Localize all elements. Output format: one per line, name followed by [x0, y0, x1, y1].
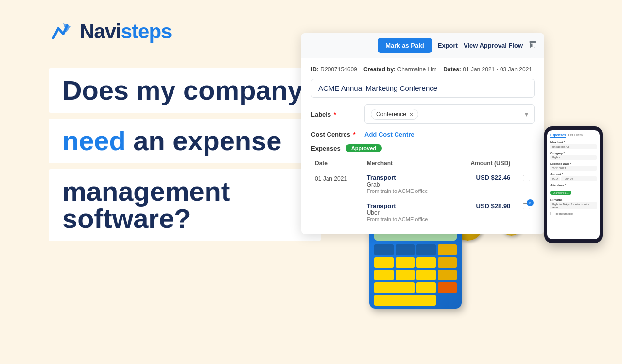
phone-remarks-label: Remarks	[550, 198, 597, 201]
phone-amount-field: Amount * SGD - 204.08	[550, 173, 597, 181]
phone-category-field: Category * Flights	[550, 152, 597, 160]
phone-remarks-value: Flight to Tokyo for electronics expo	[550, 202, 597, 209]
report-meta: ID: R2007154609 Created by: Charmaine Li…	[311, 66, 535, 73]
labels-dropdown[interactable]: Conference ✕ ▾	[364, 104, 535, 124]
mark-as-paid-button[interactable]: Mark as Paid	[378, 38, 432, 53]
id-value: R2007154609	[320, 66, 357, 73]
phone-tabs: Expenses Per Diem	[550, 133, 597, 138]
headline-line2: need an expense	[62, 127, 307, 155]
remove-tag-button[interactable]: ✕	[409, 112, 413, 117]
cell-actions-1	[514, 170, 535, 198]
phone-attendees-label: Attendees *	[550, 184, 597, 187]
card-body: ID: R2007154609 Created by: Charmaine Li…	[301, 58, 544, 234]
headline-box-1: Does my company	[49, 68, 321, 113]
headline-highlight: need	[62, 125, 126, 156]
headline-line1: Does my company	[62, 77, 307, 104]
created-by-value: Charmaine Lim	[397, 66, 436, 73]
table-row: Transport Uber From train to ACME office…	[311, 198, 535, 226]
view-approval-flow-button[interactable]: View Approval Flow	[464, 42, 523, 49]
logo-area: Navisteps	[49, 19, 321, 44]
phone-remarks-field: Remarks Flight to Tokyo for electronics …	[550, 198, 597, 209]
col-merchant: Merchant	[363, 157, 452, 170]
col-amount: Amount (USD)	[452, 157, 514, 170]
cell-merchant-2: Transport Uber From train to ACME office	[363, 198, 452, 226]
add-cost-centre-button[interactable]: Add Cost Centre	[364, 131, 415, 138]
trash-icon	[529, 41, 536, 49]
mobile-phone: Expenses Per Diem Merchant * Singapore A…	[544, 126, 603, 243]
checkbox-icon	[550, 212, 553, 215]
headline-line3: management software?	[62, 178, 307, 232]
cost-centres-label: Cost Centres *	[311, 131, 364, 138]
labels-row: Labels * Conference ✕ ▾	[311, 104, 535, 124]
labels-value: Conference ✕ ▾	[364, 104, 535, 124]
expenses-header: Expenses Approved	[311, 144, 535, 152]
id-label: ID:	[311, 66, 319, 73]
status-badge: Approved	[346, 144, 382, 152]
phone-date-label: Expense Date *	[550, 162, 597, 165]
expenses-table: Date Merchant Amount (USD) 01 Jan 2021 T…	[311, 157, 535, 226]
phone-date-field: Expense Date * 06/11/2021	[550, 162, 597, 171]
col-date: Date	[311, 157, 363, 170]
labels-tags: Conference ✕	[371, 109, 418, 120]
report-title-field[interactable]: ACME Annual Marketing Conference	[311, 79, 535, 98]
right-area: Mark as Paid Export View Approval Flow I…	[282, 0, 622, 364]
phone-tab-expenses[interactable]: Expenses	[550, 133, 566, 138]
headline-box-2: need an expense	[49, 119, 321, 163]
logo-navi: Navi	[80, 20, 121, 43]
expense-report-card: Mark as Paid Export View Approval Flow I…	[301, 33, 544, 234]
conference-tag: Conference ✕	[371, 109, 418, 120]
phone-tab-per-diem[interactable]: Per Diem	[568, 133, 583, 138]
cell-amount-2: USD $28.90	[452, 198, 514, 226]
phone-reimbursable-label: Reimbursable	[555, 212, 573, 215]
comment-icon-1[interactable]	[523, 175, 531, 183]
cell-date-2	[311, 198, 363, 226]
table-row: 01 Jan 2021 Transport Grab From train to…	[311, 170, 535, 198]
headline-line2-rest: an expense	[126, 125, 282, 156]
comment-icon-2[interactable]: 2	[523, 202, 531, 211]
dates-value: 01 Jan 2021 - 03 Jan 2021	[463, 66, 532, 73]
created-by-label: Created by:	[363, 66, 396, 73]
phone-attendee-badge: Charmaine Li...	[550, 191, 571, 195]
delete-button[interactable]	[529, 41, 536, 51]
logo-steps: steps	[121, 20, 172, 43]
phone-date-value: 06/11/2021	[550, 166, 597, 171]
logo-text: Navisteps	[80, 20, 172, 43]
phone-reimbursable-checkbox[interactable]: Reimbursable	[550, 212, 597, 215]
navisteps-logo-icon	[49, 19, 73, 44]
phone-amount-label: Amount *	[550, 173, 597, 176]
export-button[interactable]: Export	[438, 42, 458, 49]
phone-amount-currency: SGD	[550, 176, 560, 181]
cost-centres-value: Add Cost Centre	[364, 130, 535, 139]
dropdown-arrow-icon: ▾	[525, 110, 528, 118]
phone-merchant-label: Merchant *	[550, 141, 597, 144]
col-actions	[514, 157, 535, 170]
phone-screen: Expenses Per Diem Merchant * Singapore A…	[547, 130, 600, 239]
headline-box-3: management software?	[49, 169, 321, 241]
cost-centres-row: Cost Centres * Add Cost Centre	[311, 130, 535, 139]
expenses-label: Expenses	[311, 145, 341, 152]
card-toolbar: Mark as Paid Export View Approval Flow	[301, 33, 544, 58]
cell-merchant-1: Transport Grab From train to ACME office	[363, 170, 452, 198]
comment-count-badge: 2	[527, 199, 534, 206]
phone-amount-value: - 204.08	[561, 176, 597, 181]
phone-merchant-field: Merchant * Singapore Air	[550, 141, 597, 149]
cell-actions-2: 2	[514, 198, 535, 226]
cell-date-1: 01 Jan 2021	[311, 170, 363, 198]
phone-merchant-value: Singapore Air	[550, 144, 597, 149]
table-header: Date Merchant Amount (USD)	[311, 157, 535, 170]
phone-attendees-field: Attendees * Charmaine Li...	[550, 184, 597, 196]
dates-label: Dates:	[443, 66, 461, 73]
labels-label: Labels *	[311, 111, 364, 118]
phone-category-value: Flights	[550, 155, 597, 160]
phone-category-label: Category *	[550, 152, 597, 155]
table-body: 01 Jan 2021 Transport Grab From train to…	[311, 170, 535, 226]
cell-amount-1: USD $22.46	[452, 170, 514, 198]
